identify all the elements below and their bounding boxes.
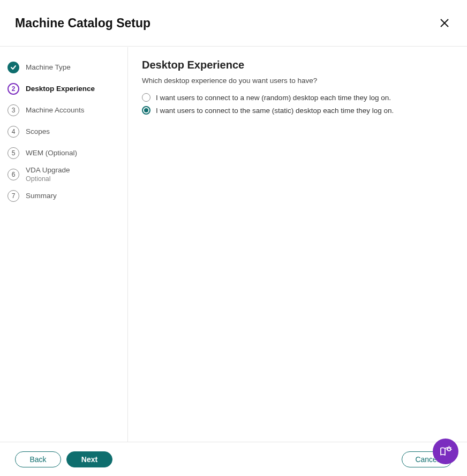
radio-icon xyxy=(142,106,150,115)
step-desktop-experience[interactable]: 2 Desktop Experience xyxy=(0,78,127,100)
content-heading: Desktop Experience xyxy=(142,59,453,71)
step-number-badge: 4 xyxy=(7,126,19,138)
svg-line-6 xyxy=(450,448,451,448)
step-number-badge: 7 xyxy=(7,190,19,202)
step-vda-upgrade[interactable]: 6 VDA Upgrade Optional xyxy=(0,164,127,185)
step-label-main: VDA Upgrade xyxy=(26,166,70,174)
step-summary[interactable]: 7 Summary xyxy=(0,185,127,207)
wizard-steps-sidebar: Machine Type 2 Desktop Experience 3 Mach… xyxy=(0,47,128,442)
step-number-badge: 5 xyxy=(7,147,19,159)
step-label: Scopes xyxy=(26,127,50,137)
svg-line-7 xyxy=(447,448,448,448)
step-label: Desktop Experience xyxy=(26,85,95,94)
step-wem[interactable]: 5 WEM (Optional) xyxy=(0,142,127,164)
next-button[interactable]: Next xyxy=(66,451,112,467)
check-icon xyxy=(7,62,19,73)
wizard-header: Machine Catalog Setup xyxy=(0,0,467,47)
step-scopes[interactable]: 4 Scopes xyxy=(0,121,127,142)
step-label: VDA Upgrade Optional xyxy=(26,166,70,184)
wizard-footer: Back Next Cancel xyxy=(0,442,467,476)
step-number-badge: 2 xyxy=(7,83,19,95)
step-machine-type[interactable]: Machine Type xyxy=(0,57,127,78)
step-number-badge: 3 xyxy=(7,104,19,116)
step-label: Machine Type xyxy=(26,63,71,72)
step-label: Summary xyxy=(26,192,57,201)
option-label: I want users to connect to the same (sta… xyxy=(156,107,394,115)
back-button[interactable]: Back xyxy=(15,451,61,467)
step-machine-accounts[interactable]: 3 Machine Accounts xyxy=(0,100,127,121)
wizard-content: Desktop Experience Which desktop experie… xyxy=(128,47,467,442)
radio-icon xyxy=(142,93,150,102)
step-label-sub: Optional xyxy=(26,175,70,184)
page-title: Machine Catalog Setup xyxy=(15,16,150,31)
option-static-desktop[interactable]: I want users to connect to the same (sta… xyxy=(142,106,453,115)
step-label: WEM (Optional) xyxy=(26,149,77,158)
close-icon xyxy=(439,18,450,28)
step-number-badge: 6 xyxy=(7,169,19,180)
help-fab[interactable] xyxy=(433,439,458,464)
content-question: Which desktop experience do you want use… xyxy=(142,77,453,85)
book-lightbulb-icon xyxy=(439,445,452,458)
option-label: I want users to connect to a new (random… xyxy=(156,94,391,102)
close-button[interactable] xyxy=(437,16,452,31)
step-label: Machine Accounts xyxy=(26,106,85,115)
option-random-desktop[interactable]: I want users to connect to a new (random… xyxy=(142,93,453,102)
